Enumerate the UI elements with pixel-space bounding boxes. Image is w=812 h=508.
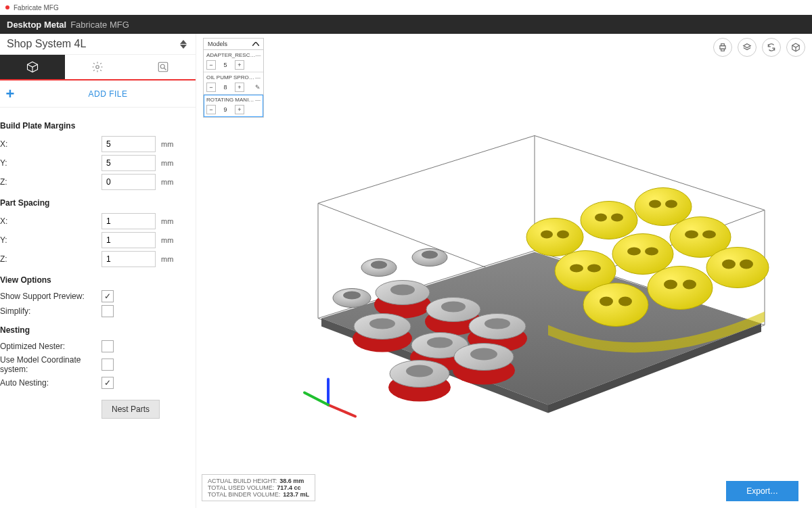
- section-nesting: Nesting: [0, 325, 189, 335]
- svg-point-61: [664, 280, 677, 290]
- tab-label: Fabricate MFG: [14, 4, 59, 11]
- qty-decrement[interactable]: −: [206, 105, 216, 114]
- rotate-icon[interactable]: [762, 38, 781, 57]
- svg-point-40: [541, 231, 553, 239]
- qty-increment[interactable]: +: [235, 105, 244, 114]
- spacing-y-label: Y:: [0, 235, 102, 245]
- qty-decrement[interactable]: −: [206, 60, 216, 70]
- model-item-0[interactable]: ADAPTER_RESC…— − 5 +: [204, 50, 263, 72]
- svg-point-2: [160, 64, 164, 68]
- svg-point-45: [635, 188, 692, 226]
- sidebar: Shop System 4L + ADD FILE Build Plate Ma…: [0, 34, 196, 508]
- sort-updown-icon: [178, 40, 189, 49]
- export-button[interactable]: Export…: [726, 481, 798, 501]
- models-panel-header[interactable]: Models: [204, 39, 263, 50]
- margin-y-input[interactable]: [102, 155, 156, 171]
- edit-icon[interactable]: ✎: [255, 84, 261, 91]
- build-viewport[interactable]: [264, 74, 792, 454]
- tab-favicon: [5, 5, 9, 9]
- svg-point-44: [611, 214, 623, 222]
- unit-label: mm: [161, 236, 173, 244]
- support-preview-label: Show Support Preview:: [0, 292, 102, 301]
- svg-point-63: [706, 248, 769, 288]
- svg-point-57: [583, 283, 648, 327]
- model-item-2[interactable]: ROTATING MANI…— − 9 +: [204, 95, 263, 117]
- auto-nesting-label: Auto Nesting:: [0, 378, 102, 388]
- svg-point-29: [406, 365, 433, 377]
- tab-build[interactable]: [0, 55, 65, 79]
- svg-point-50: [587, 264, 601, 273]
- nest-parts-button[interactable]: Nest Parts: [102, 400, 160, 419]
- optimized-nester-checkbox[interactable]: [102, 340, 114, 352]
- svg-point-59: [618, 297, 632, 306]
- view-toolbar: [713, 38, 805, 57]
- use-model-coord-checkbox[interactable]: [102, 359, 114, 371]
- svg-point-36: [422, 251, 438, 259]
- stat-value: 123.7 mL: [283, 491, 309, 498]
- workarea: Models ADAPTER_RESC…— − 5 + OIL PUMP SPR…: [196, 34, 812, 508]
- unit-label: mm: [161, 255, 173, 263]
- svg-point-62: [683, 280, 696, 290]
- models-panel-title: Models: [208, 41, 227, 47]
- svg-rect-5: [721, 49, 725, 51]
- svg-line-11: [304, 393, 328, 405]
- svg-point-26: [484, 319, 510, 329]
- model-item-1[interactable]: OIL PUMP SPRO…— − 8 + ✎: [204, 72, 263, 95]
- qty-value: 9: [219, 106, 232, 113]
- unit-label: mm: [161, 217, 173, 225]
- svg-point-56: [702, 231, 716, 239]
- svg-point-34: [371, 261, 387, 269]
- section-build-margins: Build Plate Margins: [0, 121, 189, 131]
- unit-label: mm: [161, 140, 173, 148]
- browser-tab-bar: Fabricate MFG: [0, 0, 812, 15]
- margin-x-input[interactable]: [102, 136, 156, 152]
- system-selector[interactable]: Shop System 4L: [0, 34, 196, 55]
- svg-point-60: [648, 267, 713, 310]
- tab-settings[interactable]: [65, 55, 130, 79]
- margin-y-label: Y:: [0, 158, 102, 168]
- spacing-z-label: Z:: [0, 254, 102, 264]
- auto-nesting-checkbox[interactable]: [102, 377, 114, 389]
- spacing-x-input[interactable]: [102, 213, 156, 229]
- svg-rect-3: [720, 46, 725, 49]
- unit-label: mm: [161, 159, 173, 167]
- spacing-y-input[interactable]: [102, 232, 156, 248]
- tab-inspect[interactable]: [131, 55, 196, 79]
- svg-point-32: [470, 348, 497, 361]
- svg-rect-4: [721, 44, 725, 46]
- margin-z-input[interactable]: [102, 174, 156, 190]
- svg-point-17: [441, 302, 466, 313]
- svg-point-38: [343, 292, 361, 300]
- svg-point-42: [581, 202, 637, 239]
- svg-point-43: [595, 214, 607, 222]
- model-name: ADAPTER_RESC…: [206, 52, 255, 58]
- layers-icon[interactable]: [738, 38, 757, 57]
- printer-icon[interactable]: [713, 38, 732, 57]
- cube-icon[interactable]: [786, 38, 805, 57]
- add-file-button[interactable]: + ADD FILE: [0, 80, 196, 108]
- svg-point-46: [649, 200, 661, 208]
- qty-increment[interactable]: +: [235, 60, 244, 70]
- spacing-z-input[interactable]: [102, 251, 156, 267]
- stat-label: TOTAL BINDER VOLUME:: [208, 491, 280, 498]
- optimized-nester-label: Optimized Nester:: [0, 342, 102, 351]
- svg-point-0: [96, 66, 99, 69]
- svg-point-47: [665, 200, 677, 208]
- simplify-checkbox[interactable]: [102, 305, 114, 317]
- stat-value: 38.6 mm: [279, 478, 304, 484]
- model-name: OIL PUMP SPRO…: [206, 74, 254, 80]
- section-part-spacing: Part Spacing: [0, 198, 189, 208]
- svg-point-55: [685, 231, 698, 239]
- minus-icon: —: [255, 52, 261, 58]
- svg-point-49: [570, 264, 583, 273]
- svg-rect-1: [158, 62, 168, 72]
- qty-increment[interactable]: +: [235, 83, 244, 92]
- minus-icon: —: [255, 97, 261, 103]
- use-model-coord-label: Use Model Coordinate system:: [0, 355, 102, 374]
- support-preview-checkbox[interactable]: [102, 290, 114, 302]
- svg-point-41: [557, 231, 569, 239]
- svg-point-51: [612, 234, 673, 275]
- svg-point-53: [645, 248, 658, 256]
- qty-decrement[interactable]: −: [206, 83, 216, 92]
- svg-point-64: [722, 260, 736, 269]
